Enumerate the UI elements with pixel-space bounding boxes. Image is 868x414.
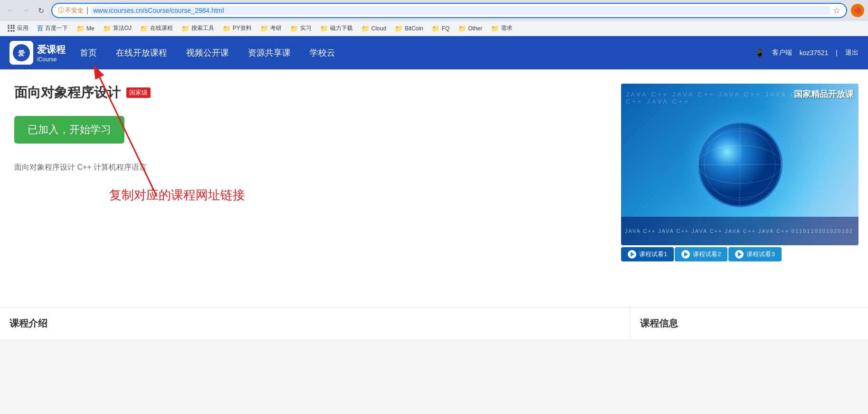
- folder-icon: 📁: [76, 25, 85, 32]
- nav-links: 首页 在线开放课程 视频公开课 资源共享课 学校云: [80, 45, 755, 60]
- bookmark-magnet[interactable]: 📁 磁力下载: [316, 23, 357, 33]
- browser-window: ← → ↻ ⓘ 不安全 | www.icourses.cn/sCourse/co…: [0, 0, 868, 339]
- course-title-row: 面向对象程序设计 国家级: [14, 84, 612, 102]
- course-left: 面向对象程序设计 国家级 已加入，开始学习 面向对象程序设计 C++ 计算机程序…: [9, 84, 612, 298]
- py-label: PY资料: [233, 24, 252, 32]
- nav-logout[interactable]: 退出: [845, 48, 859, 57]
- preview-tab-2[interactable]: 课程试看2: [675, 247, 727, 261]
- bookmark-algo[interactable]: 📁 算法OJ: [99, 23, 135, 33]
- bookmark-internship[interactable]: 📁 实习: [286, 23, 315, 33]
- play-icon: [681, 250, 690, 259]
- folder-icon: 📁: [361, 25, 369, 32]
- bitcoin-label: BitCoin: [405, 25, 423, 32]
- logo-area: 爱 爱课程 iCourse: [9, 41, 66, 65]
- preview-tab-1[interactable]: 课程试看1: [621, 247, 674, 261]
- course-right: JAVA C++ JAVA C++ JAVA C++ JAVA C++ JAVA…: [621, 84, 859, 298]
- main-content: 面向对象程序设计 国家级 已加入，开始学习 面向对象程序设计 C++ 计算机程序…: [0, 69, 868, 307]
- bookmarks-bar: 应用 百 百度一下 📁 Me 📁 算法OJ 📁 在线课程 📁 搜索工具 📁 PY…: [0, 21, 868, 36]
- bookmark-apps[interactable]: 应用: [4, 23, 32, 33]
- security-label: 不安全: [65, 6, 84, 15]
- nav-right: 📱 客户端 koz37521 | 退出: [755, 48, 859, 58]
- bookmark-exam[interactable]: 📁 考研: [256, 23, 285, 33]
- nav-school-cloud[interactable]: 学校云: [310, 45, 335, 60]
- preview-tab-2-label: 课程试看2: [693, 250, 721, 259]
- course-image-overlay: 国家精品开放课: [794, 88, 854, 100]
- course-intro-section: 课程介绍: [0, 308, 631, 339]
- bookmark-other[interactable]: 📁 Other: [454, 24, 486, 33]
- bookmark-online-course[interactable]: 📁 在线课程: [136, 23, 177, 33]
- play-icon: [735, 250, 744, 259]
- search-tool-label: 搜索工具: [191, 24, 214, 32]
- me-label: Me: [86, 25, 94, 32]
- nav-mobile-label[interactable]: 客户端: [772, 48, 792, 57]
- url-text[interactable]: www.icourses.cn/sCourse/course_2984.html: [91, 6, 830, 15]
- intro-title: 课程介绍: [9, 318, 47, 328]
- internship-label: 实习: [300, 24, 311, 32]
- other-label: Other: [468, 25, 482, 32]
- folder-icon: 📁: [290, 25, 298, 32]
- preview-tab-3-label: 课程试看3: [746, 250, 774, 259]
- bookmark-bitcoin[interactable]: 📁 BitCoin: [391, 24, 427, 33]
- logo-text: 爱课程 iCourse: [37, 43, 66, 63]
- nav-open-course[interactable]: 在线开放课程: [116, 45, 167, 60]
- demand-label: 需求: [501, 24, 512, 32]
- magnet-label: 磁力下载: [330, 24, 353, 32]
- course-info-section: 课程信息: [631, 308, 868, 339]
- exam-label: 考研: [270, 24, 282, 32]
- reload-button[interactable]: ↻: [34, 4, 47, 17]
- preview-tab-3[interactable]: 课程试看3: [728, 247, 781, 261]
- folder-icon: 📁: [395, 25, 403, 32]
- svg-text:爱: 爱: [18, 49, 25, 57]
- browser-right-icons: 🔴: [851, 4, 864, 17]
- site-nav: 爱 爱课程 iCourse 首页 在线开放课程 视频公开课 资源共享课 学校云 …: [0, 36, 868, 69]
- apps-grid-icon: [8, 25, 15, 32]
- bookmark-search-tool[interactable]: 📁 搜索工具: [178, 23, 218, 33]
- preview-tab-1-label: 课程试看1: [639, 250, 667, 259]
- bookmark-demand[interactable]: 📁 需求: [487, 23, 516, 33]
- apps-label: 应用: [17, 24, 28, 32]
- website-content: 爱 爱课程 iCourse 首页 在线开放课程 视频公开课 资源共享课 学校云 …: [0, 36, 868, 339]
- bookmark-me[interactable]: 📁 Me: [73, 24, 98, 33]
- folder-icon: 📁: [320, 25, 328, 32]
- code-bg-text: JAVA C++ JAVA C++ JAVA C++ JAVA C++ JAVA…: [621, 217, 859, 245]
- bookmark-star-icon[interactable]: ☆: [833, 5, 840, 16]
- user-avatar[interactable]: 🔴: [851, 4, 864, 17]
- security-indicator: ⓘ 不安全: [58, 6, 84, 15]
- nav-video-course[interactable]: 视频公开课: [186, 45, 229, 60]
- folder-icon: 📁: [260, 25, 268, 32]
- start-learning-button[interactable]: 已加入，开始学习: [14, 116, 124, 144]
- address-bar[interactable]: ⓘ 不安全 | www.icourses.cn/sCourse/course_2…: [51, 3, 847, 18]
- bookmark-baidu[interactable]: 百 百度一下: [33, 23, 72, 34]
- fq-label: FQ: [442, 25, 450, 32]
- folder-icon: 📁: [432, 25, 440, 32]
- info-title: 课程信息: [640, 318, 678, 328]
- algo-label: 算法OJ: [113, 24, 132, 32]
- nav-buttons: ← → ↻: [4, 4, 47, 17]
- logo-en: iCourse: [37, 56, 66, 63]
- online-course-label: 在线课程: [150, 24, 173, 32]
- cloud-label: Cloud: [371, 25, 386, 32]
- folder-icon: 📁: [103, 25, 111, 32]
- folder-icon: 📁: [223, 25, 231, 32]
- play-icon: [628, 250, 636, 259]
- logo-cn: 爱课程: [37, 43, 66, 56]
- annotation-text: 复制对应的课程网址链接: [109, 188, 245, 202]
- folder-icon: 📁: [181, 25, 189, 32]
- course-badge: 国家级: [126, 87, 151, 98]
- bookmark-py[interactable]: 📁 PY资料: [219, 23, 255, 33]
- mobile-icon: 📱: [755, 48, 764, 58]
- bottom-sections: 课程介绍 课程信息: [0, 307, 868, 339]
- bookmark-fq[interactable]: 📁 FQ: [428, 24, 453, 33]
- folder-icon: 📁: [458, 25, 466, 32]
- nav-resource-course[interactable]: 资源共享课: [248, 45, 291, 60]
- forward-button[interactable]: →: [19, 4, 32, 17]
- bookmark-cloud[interactable]: 📁 Cloud: [358, 24, 390, 33]
- nav-user[interactable]: koz37521: [800, 49, 829, 57]
- back-button[interactable]: ←: [4, 4, 17, 17]
- folder-icon: 📁: [140, 25, 148, 32]
- folder-icon: 📁: [491, 25, 499, 32]
- globe-visual: [697, 122, 783, 207]
- nav-home[interactable]: 首页: [80, 45, 97, 60]
- course-title: 面向对象程序设计: [14, 84, 121, 102]
- baidu-label: 百度一下: [45, 24, 68, 32]
